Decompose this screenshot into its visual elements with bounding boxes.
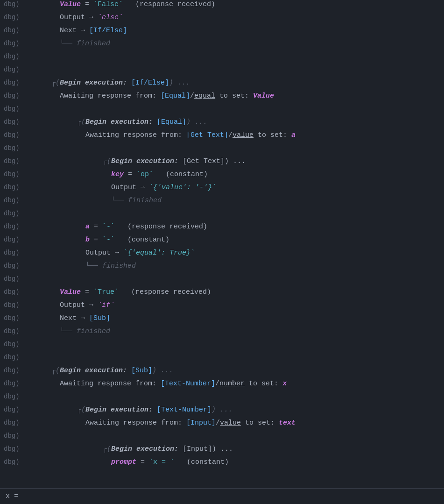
line-25: dbg) └── finished	[0, 327, 444, 340]
code-segment: ) ...	[152, 367, 173, 375]
code-segment: Output →	[51, 14, 98, 21]
line-prefix-23: dbg)	[0, 301, 51, 309]
line-prefix-4: dbg)	[0, 53, 51, 60]
code-segment: finished	[77, 327, 110, 335]
line-content-2: Next → [If/Else]	[51, 27, 444, 35]
line-prefix-13: dbg)	[0, 170, 51, 178]
code-segment	[127, 367, 131, 375]
code-segment: a	[85, 223, 90, 231]
line-prefix-27: dbg)	[0, 354, 51, 361]
code-segment: =	[81, 0, 93, 8]
code-segment: to set:	[241, 419, 279, 427]
code-segment: └──	[51, 40, 77, 48]
line-22: dbg) Value = `True` (response received)	[0, 288, 444, 301]
line-prefix-35: dbg)	[0, 458, 51, 466]
line-prefix-9: dbg)	[0, 118, 51, 126]
line-18: dbg) b = `-` (constant)	[0, 235, 444, 248]
line-6: dbg)┌(Begin execution: [If/Else]) ...	[0, 78, 444, 92]
code-segment: [Equal]	[161, 92, 190, 100]
line-21: dbg)	[0, 275, 444, 288]
code-segment: Awaiting response from:	[77, 131, 186, 139]
line-prefix-10: dbg)	[0, 131, 51, 139]
code-segment: text	[279, 419, 296, 427]
code-segment: Begin execution:	[85, 118, 153, 126]
bottom-text: x =	[6, 492, 18, 500]
code-segment: Output →	[51, 301, 98, 309]
line-prefix-32: dbg)	[0, 419, 51, 426]
line-content-29: Awaiting response from: [Text-Number]/nu…	[51, 380, 444, 388]
line-content-22: Value = `True` (response received)	[51, 288, 444, 296]
line-2: dbg) Next → [If/Else]	[0, 26, 444, 39]
code-segment: ┌(	[77, 406, 85, 414]
line-content-14: Output → `{'value': '-'}`	[51, 184, 444, 192]
code-segment: Next →	[51, 314, 89, 322]
line-12: dbg)┌(Begin execution: [Get Text]) ...	[0, 157, 444, 170]
line-11: dbg)	[0, 144, 444, 157]
line-prefix-34: dbg)	[0, 445, 51, 453]
line-4: dbg)	[0, 52, 444, 65]
code-segment: =	[136, 458, 149, 466]
line-prefix-12: dbg)	[0, 157, 51, 165]
code-segment: `else`	[98, 14, 123, 21]
code-segment: `if`	[98, 301, 114, 309]
code-segment: `{'equal': True}`	[123, 249, 195, 257]
code-segment: [If/Else]	[89, 27, 127, 35]
code-segment: `-`	[102, 236, 115, 244]
code-segment	[77, 223, 85, 231]
line-content-3: └── finished	[51, 40, 444, 48]
line-30: dbg)	[0, 392, 444, 405]
line-content-34: ┌(Begin execution: [Input]) ...	[51, 445, 444, 453]
line-content-12: ┌(Begin execution: [Get Text]) ...	[51, 157, 444, 165]
line-content-0: Value = `False` (response received)	[51, 0, 444, 8]
line-32: dbg) Awaiting response from: [Input]/val…	[0, 419, 444, 432]
line-prefix-22: dbg)	[0, 288, 51, 296]
line-prefix-2: dbg)	[0, 27, 51, 34]
code-segment	[127, 79, 131, 87]
code-segment: └──	[77, 262, 102, 270]
code-segment: value	[233, 131, 254, 139]
code-segment: `op`	[136, 170, 153, 178]
code-segment: `False`	[93, 0, 123, 8]
code-segment: (response received)	[119, 288, 211, 296]
line-prefix-30: dbg)	[0, 393, 51, 400]
code-segment: Value	[60, 0, 81, 8]
code-segment: finished	[128, 197, 162, 205]
line-content-35: prompt = `x = ` (constant)	[51, 458, 444, 466]
line-10: dbg) Awaiting response from: [Get Text]/…	[0, 131, 444, 144]
line-prefix-26: dbg)	[0, 341, 51, 348]
line-content-25: └── finished	[51, 327, 444, 335]
line-content-6: ┌(Begin execution: [If/Else]) ...	[51, 79, 444, 87]
line-35: dbg) prompt = `x = ` (constant)	[0, 458, 444, 471]
debug-output: dbg) Value = `False` (response received)…	[0, 0, 444, 471]
code-segment: ) ...	[169, 79, 190, 87]
code-segment: ┌(	[51, 79, 60, 87]
code-segment: Begin execution:	[111, 157, 178, 165]
line-34: dbg)┌(Begin execution: [Input]) ...	[0, 445, 444, 458]
code-segment: Output →	[77, 249, 123, 257]
line-prefix-5: dbg)	[0, 66, 51, 73]
code-segment: finished	[77, 40, 110, 48]
line-prefix-7: dbg)	[0, 92, 51, 99]
code-segment: [Get Text]	[186, 131, 228, 139]
line-content-31: ┌(Begin execution: [Text-Number]) ...	[51, 406, 444, 414]
code-segment: Awaiting response from:	[51, 380, 161, 388]
code-segment: `x = `	[149, 458, 174, 466]
line-33: dbg)	[0, 432, 444, 445]
code-segment: └──	[103, 197, 128, 205]
code-segment	[77, 236, 85, 244]
code-segment	[153, 406, 157, 414]
line-19: dbg) Output → `{'equal': True}`	[0, 248, 444, 262]
line-content-17: a = `-` (response received)	[51, 223, 444, 231]
line-content-28: ┌(Begin execution: [Sub]) ...	[51, 367, 444, 375]
code-segment: ) ...	[211, 406, 233, 414]
code-segment: to set:	[245, 380, 282, 388]
line-prefix-25: dbg)	[0, 327, 51, 335]
bottom-status-bar: x =	[0, 488, 444, 504]
code-segment: ┌(	[51, 367, 60, 375]
line-23: dbg) Output → `if`	[0, 301, 444, 314]
line-3: dbg) └── finished	[0, 39, 444, 52]
line-content-20: └── finished	[51, 262, 444, 270]
line-content-15: └── finished	[51, 197, 444, 205]
line-prefix-33: dbg)	[0, 432, 51, 440]
code-segment: x	[282, 380, 287, 388]
